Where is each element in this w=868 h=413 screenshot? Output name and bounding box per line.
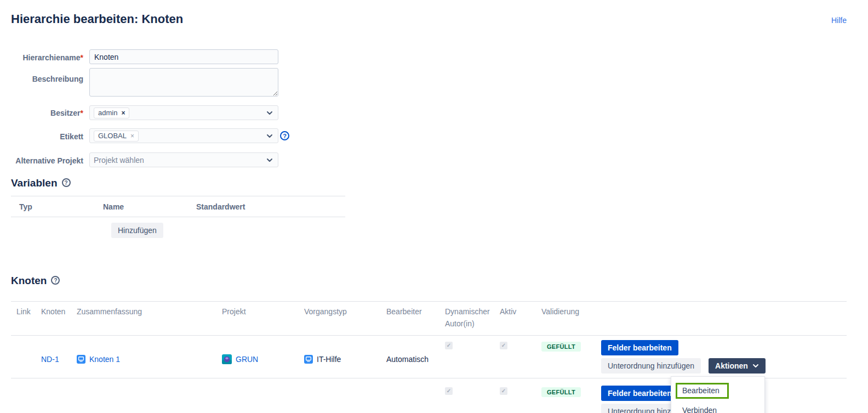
add-child-button[interactable]: Unterordnung hinzufügen xyxy=(601,358,701,374)
nodes-section-title: Knoten ? xyxy=(11,275,60,287)
owner-select[interactable]: admin × xyxy=(89,105,278,120)
alt-project-select[interactable]: Projekt wählen xyxy=(89,152,278,167)
it-help-icon xyxy=(304,355,313,364)
column-validierung: Validierung xyxy=(541,305,601,335)
actions-dropdown-menu: Bearbeiten Verbinden xyxy=(671,376,765,413)
variables-column-name: Name xyxy=(103,202,196,211)
add-variable-button[interactable]: Hinzufügen xyxy=(111,223,163,238)
chevron-down-icon xyxy=(266,157,273,163)
alt-project-label: Alternative Projekt xyxy=(0,156,83,165)
label-tag: GLOBAL × xyxy=(94,131,139,142)
edit-fields-button[interactable]: Felder bearbeiten xyxy=(601,386,678,401)
alt-project-placeholder: Projekt wählen xyxy=(94,156,144,165)
help-icon[interactable]: ? xyxy=(62,178,71,187)
help-link[interactable]: Hilfe xyxy=(831,16,847,25)
node-summary-link[interactable]: Knoten 1 xyxy=(89,354,120,364)
description-textarea[interactable] xyxy=(89,68,278,97)
column-dynamischer-autor: Dynamischer Autor(in) xyxy=(445,305,500,335)
active-checkbox xyxy=(500,342,507,349)
project-avatar xyxy=(222,354,232,364)
variables-column-standardwert: Standardwert xyxy=(196,202,333,211)
required-marker: * xyxy=(81,53,83,62)
help-icon[interactable]: ? xyxy=(280,131,289,140)
variables-column-typ: Typ xyxy=(11,202,103,211)
label-label: Etikett xyxy=(0,132,83,141)
project-link[interactable]: GRUN xyxy=(236,354,258,364)
chevron-down-icon xyxy=(266,110,273,116)
column-link: Link xyxy=(11,305,41,335)
nodes-table-header: Link Knoten Zusammenfassung Projekt Vorg… xyxy=(11,301,847,336)
page-title: Hierarchie bearbeiten: Knoten xyxy=(11,12,183,26)
click-annotation: Bearbeiten xyxy=(676,383,729,399)
validation-badge: GEFÜLLT xyxy=(541,387,581,397)
chevron-down-icon xyxy=(266,133,273,139)
assignee-label: Automatisch xyxy=(386,354,429,364)
close-icon[interactable]: × xyxy=(121,110,125,116)
active-checkbox xyxy=(500,387,507,395)
dynamic-author-checkbox xyxy=(445,387,453,395)
edit-fields-button[interactable]: Felder bearbeiten xyxy=(601,340,678,355)
column-aktiv: Aktiv xyxy=(500,305,541,335)
variables-table: Typ Name Standardwert Hinzufügen xyxy=(11,196,345,238)
node-key-link[interactable]: ND-1 xyxy=(41,354,59,364)
menu-item-verbinden[interactable]: Verbinden xyxy=(671,403,764,413)
column-vorgangstyp: Vorgangstyp xyxy=(304,305,386,335)
chevron-down-icon xyxy=(752,363,759,369)
hierarchy-name-label: Hierarchiename* xyxy=(0,53,83,62)
required-marker: * xyxy=(81,109,83,117)
help-icon[interactable]: ? xyxy=(51,276,60,285)
validation-badge: GEFÜLLT xyxy=(541,342,581,352)
description-label: Beschreibung xyxy=(0,75,83,83)
it-help-icon xyxy=(77,355,85,364)
dynamic-author-checkbox xyxy=(445,342,453,349)
column-bearbeiter: Bearbeiter xyxy=(386,305,445,335)
actions-dropdown-button[interactable]: Aktionen xyxy=(709,358,766,374)
column-projekt: Projekt xyxy=(222,305,304,335)
column-zusammenfassung: Zusammenfassung xyxy=(77,305,222,335)
column-knoten: Knoten xyxy=(41,305,77,335)
owner-label: Besitzer* xyxy=(0,109,83,117)
menu-item-bearbeiten[interactable]: Bearbeiten xyxy=(671,380,764,402)
owner-tag: admin × xyxy=(94,108,129,118)
page: Hierarchie bearbeiten: Knoten Hilfe Hier… xyxy=(0,0,868,413)
variables-section-title: Variablen ? xyxy=(11,177,71,189)
label-select[interactable]: GLOBAL × xyxy=(89,128,278,143)
table-row: ND-1 Knoten 1 GRUN IT-Hilfe Automatisch xyxy=(11,336,847,378)
hierarchy-name-input[interactable] xyxy=(89,49,278,64)
close-icon[interactable]: × xyxy=(130,133,134,139)
issue-type-label: IT-Hilfe xyxy=(317,354,341,364)
